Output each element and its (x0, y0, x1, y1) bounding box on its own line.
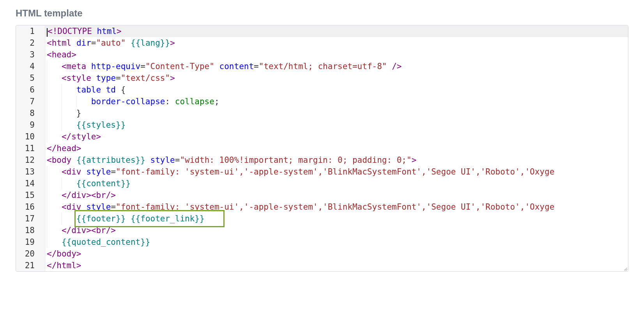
code-line[interactable]: </style> (45, 131, 628, 143)
code-token: = (111, 202, 116, 212)
code-line[interactable]: {{content}} (45, 178, 628, 189)
code-line[interactable]: <html dir="auto" {{lang}}> (45, 37, 628, 49)
code-token (126, 38, 131, 48)
line-number: 5 (19, 72, 42, 84)
line-number: 6 (19, 84, 42, 96)
code-token: <!DOCTYPE (48, 27, 92, 36)
code-token: > (117, 27, 122, 36)
code-token: table td (76, 85, 121, 94)
code-token (126, 214, 131, 223)
line-number: 12 (19, 154, 42, 166)
code-token: <div (62, 167, 81, 176)
code-token: "text/css" (121, 73, 170, 83)
line-number: 15 (19, 189, 42, 201)
line-number: 4 (19, 61, 42, 72)
code-line[interactable]: <body {{attributes}} style="width: 100%!… (45, 154, 628, 166)
code-token (86, 62, 91, 71)
code-token: style (150, 155, 175, 165)
code-token: <style (62, 73, 91, 83)
code-token: > (170, 38, 175, 48)
code-token: http-equiv (91, 62, 140, 71)
code-line[interactable]: <meta http-equiv="Content-Type" content=… (45, 61, 628, 72)
line-number: 20 (19, 248, 42, 260)
code-token: </div><br/> (62, 191, 116, 200)
code-line[interactable]: {{footer}} {{footer_link}} (45, 213, 628, 224)
code-token: <head> (47, 50, 76, 59)
code-token: = (91, 38, 96, 48)
code-token (81, 202, 87, 212)
code-token: "font-family: 'system-ui','-apple-system… (116, 202, 554, 212)
code-token: {{lang}} (131, 38, 170, 48)
code-token: </body> (47, 249, 81, 258)
code-token: = (140, 62, 145, 71)
line-number: 8 (19, 107, 42, 119)
line-number: 7 (19, 96, 42, 107)
code-token: ; (214, 97, 219, 106)
line-number: 17 (19, 213, 42, 224)
code-token: "Content-Type" (145, 62, 214, 71)
code-token: </head> (47, 144, 81, 153)
code-token: "width: 100%!important; margin: 0; paddi… (180, 155, 411, 165)
code-token: {{attributes}} (76, 155, 145, 165)
code-token: "auto" (96, 38, 126, 48)
line-number: 3 (19, 49, 42, 61)
code-token (71, 38, 76, 48)
code-line[interactable]: <!DOCTYPE html> (45, 25, 628, 37)
line-number: 21 (19, 260, 42, 271)
code-token: <meta (62, 62, 86, 71)
code-token (387, 62, 392, 71)
code-token: border-collapse (91, 97, 165, 106)
code-line[interactable]: <div style="font-family: 'system-ui','-a… (45, 166, 628, 178)
text-cursor (47, 28, 48, 37)
code-token (81, 167, 87, 176)
code-token: </div><br/> (62, 226, 116, 235)
code-line[interactable]: <style type="text/css"> (45, 72, 628, 84)
code-line[interactable]: } (45, 107, 628, 119)
code-token: type (96, 73, 116, 83)
code-line[interactable]: </body> (45, 248, 628, 260)
code-token: {{quoted_content}} (62, 237, 150, 247)
code-token (91, 73, 96, 83)
code-line[interactable]: <head> (45, 49, 628, 61)
code-line[interactable]: <div style="font-family: 'system-ui','-a… (45, 201, 628, 213)
code-token: { (121, 85, 126, 94)
code-token: <html (47, 38, 71, 48)
section-title: HTML template (16, 8, 628, 19)
code-line[interactable]: border-collapse: collapse; (45, 96, 628, 107)
code-line[interactable]: {{styles}} (45, 119, 628, 131)
line-number-gutter: 123456789101112131415161718192021 (16, 25, 45, 271)
code-line[interactable]: {{quoted_content}} (45, 236, 628, 248)
code-line[interactable]: </html> (45, 260, 628, 271)
line-number: 1 (19, 25, 42, 37)
line-number: 18 (19, 224, 42, 236)
code-token: {{styles}} (76, 120, 126, 130)
code-token: = (111, 167, 116, 176)
code-token: <div (62, 202, 81, 212)
code-line[interactable]: </div><br/> (45, 189, 628, 201)
code-token (214, 62, 219, 71)
code-token: {{footer_link}} (131, 214, 205, 223)
code-token: </style> (62, 132, 101, 141)
code-line[interactable]: </head> (45, 143, 628, 154)
code-token (92, 27, 97, 36)
code-token: dir (76, 38, 91, 48)
code-token: > (170, 73, 175, 83)
code-line[interactable]: </div><br/> (45, 224, 628, 236)
code-token: "text/html; charset=utf-8" (259, 62, 387, 71)
resize-handle-icon[interactable] (623, 266, 627, 271)
code-token: } (76, 109, 81, 118)
code-token: <body (47, 155, 71, 165)
code-token (71, 155, 76, 165)
code-editor[interactable]: 123456789101112131415161718192021 <!DOCT… (16, 25, 628, 272)
line-number: 16 (19, 201, 42, 213)
code-token: {{content}} (76, 179, 131, 188)
line-number: 13 (19, 166, 42, 178)
code-token: = (116, 73, 121, 83)
code-area[interactable]: <!DOCTYPE html><html dir="auto" {{lang}}… (45, 25, 628, 271)
code-token: content (219, 62, 254, 71)
code-token: /> (392, 62, 402, 71)
code-token: collapse (175, 97, 214, 106)
code-line[interactable]: table td { (45, 84, 628, 96)
code-token: {{footer}} (76, 214, 126, 223)
line-number: 10 (19, 131, 42, 143)
